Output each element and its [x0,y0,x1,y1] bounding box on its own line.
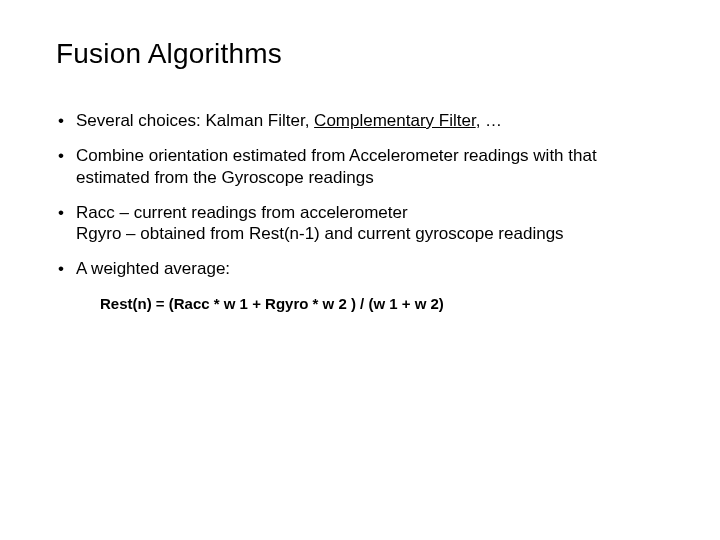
text-segment: Racc – current readings from acceleromet… [76,203,564,243]
bullet-item: Combine orientation estimated from Accel… [56,145,670,188]
text-segment: Complementary Filter [314,111,476,130]
bullet-item: Racc – current readings from acceleromet… [56,202,670,245]
bullet-item: Several choices: Kalman Filter, Compleme… [56,110,670,131]
text-segment: , … [476,111,502,130]
bullet-item: A weighted average: [56,258,670,279]
slide: Fusion Algorithms Several choices: Kalma… [0,0,720,540]
text-segment: Several choices: Kalman Filter, [76,111,314,130]
text-segment: Combine orientation estimated from Accel… [76,146,601,186]
bullet-list: Several choices: Kalman Filter, Compleme… [56,110,670,280]
text-segment: A weighted average: [76,259,230,278]
formula-line: Rest(n) = (Racc * w 1 + Rgyro * w 2 ) / … [100,294,670,314]
slide-title: Fusion Algorithms [56,38,670,70]
